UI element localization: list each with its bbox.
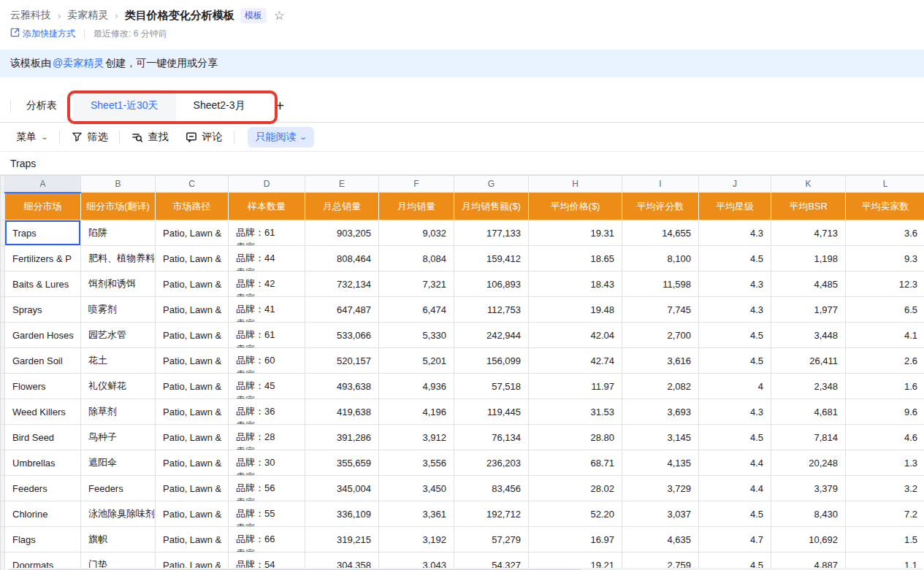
cell[interactable]: 1.5 [846,527,924,552]
star-icon[interactable]: ☆ [274,9,285,22]
cell[interactable]: Patio, Lawn & [156,425,229,450]
cell[interactable]: 12.3 [846,271,924,297]
cell[interactable]: 76,134 [454,425,529,450]
cell[interactable]: 1.6 [846,374,924,399]
cell[interactable]: 28.02 [529,476,622,501]
cell[interactable]: 8,100 [622,246,699,271]
cell[interactable]: 19.48 [529,297,622,323]
cell[interactable]: 2,348 [771,374,846,399]
column-letter-I[interactable]: I [622,176,699,193]
cell[interactable]: 4.4 [699,450,771,476]
column-letter-D[interactable]: D [229,176,305,193]
cell[interactable]: Bird Seed [5,425,81,450]
cell[interactable]: 4.3 [699,220,771,246]
cell[interactable]: 9.6 [846,399,924,425]
cell[interactable]: Patio, Lawn & [156,399,229,425]
cell[interactable]: 2.6 [846,348,924,374]
cell[interactable]: 4.6 [846,425,924,450]
cell[interactable]: 品牌：56卖家： [229,476,305,501]
cell[interactable]: 4.5 [699,425,771,450]
tab-analysis-table[interactable]: 分析表 [11,99,73,112]
cell[interactable]: 8,430 [771,501,846,527]
cell[interactable]: 11.97 [529,374,622,399]
cell[interactable]: 品牌：66卖家： [229,527,305,552]
cell[interactable]: 品牌：28卖家： [229,425,305,450]
cell[interactable]: Patio, Lawn & [156,246,229,271]
selected-cell[interactable]: Traps [5,220,81,246]
cell[interactable]: 肥料、植物养料 [81,246,156,271]
cell[interactable]: 3,450 [379,476,454,501]
cell[interactable]: 19.31 [529,220,622,246]
cell[interactable]: 2,082 [622,374,699,399]
cell[interactable]: 1,198 [771,246,846,271]
cell[interactable]: 7,745 [622,297,699,323]
cell[interactable]: Patio, Lawn & [156,348,229,374]
cell[interactable]: 8,084 [379,246,454,271]
cell[interactable]: 3,693 [622,399,699,425]
cell[interactable]: 6,474 [379,297,454,323]
cell[interactable]: Feeders [81,476,156,501]
cell[interactable]: 4,681 [771,399,846,425]
cell[interactable]: 5,201 [379,348,454,374]
cell[interactable]: 28.80 [529,425,622,450]
cell[interactable]: 3.6 [846,220,924,246]
cell[interactable]: 3,448 [771,323,846,348]
field-header-cell[interactable]: 平均卖家数 [846,193,924,220]
cell[interactable]: Patio, Lawn & [156,501,229,527]
cell[interactable]: 3,361 [379,501,454,527]
cell[interactable]: 5,330 [379,323,454,348]
cell[interactable]: 319,215 [305,527,379,552]
cell[interactable]: Flowers [5,374,81,399]
cell[interactable]: 355,659 [305,450,379,476]
cell[interactable]: Patio, Lawn & [156,527,229,552]
cell[interactable]: 336,109 [305,501,379,527]
cell[interactable]: 68.71 [529,450,622,476]
cell[interactable]: 26,411 [771,348,846,374]
column-letter-E[interactable]: E [305,176,379,193]
add-shortcut-button[interactable]: 添加快捷方式 [10,28,75,40]
cell[interactable]: 156,099 [454,348,529,374]
cell[interactable]: Patio, Lawn & [156,476,229,501]
column-letter-G[interactable]: G [454,176,529,193]
cell[interactable]: 112,753 [454,297,529,323]
cell[interactable]: Baits & Lures [5,271,81,297]
cell[interactable]: 3,912 [379,425,454,450]
readonly-mode-button[interactable]: 只能阅读 ⌄ [248,127,313,147]
cell[interactable]: 83,456 [454,476,529,501]
cell[interactable]: 3,729 [622,476,699,501]
field-header-cell[interactable]: 市场路径 [156,193,229,220]
cell[interactable]: 533,066 [305,323,379,348]
cell[interactable]: 品牌：36卖家： [229,399,305,425]
cell[interactable]: Sprays [5,297,81,323]
field-header-cell[interactable]: 平均星级 [699,193,771,220]
cell[interactable]: 31.53 [529,399,622,425]
cell[interactable]: 花土 [81,348,156,374]
column-letter-B[interactable]: B [81,176,156,193]
cell[interactable]: 42.04 [529,323,622,348]
formula-bar[interactable]: Traps [0,152,924,175]
field-header-cell[interactable]: 细分市场(翻译) [81,193,156,220]
cell[interactable]: 7,814 [771,425,846,450]
cell[interactable]: 11,598 [622,271,699,297]
column-letter-A[interactable]: A [5,176,81,193]
cell[interactable]: Patio, Lawn & [156,374,229,399]
cell[interactable]: 3,192 [379,527,454,552]
cell[interactable]: 42.74 [529,348,622,374]
cell[interactable]: 泳池除臭除味剂 [81,501,156,527]
column-letter-J[interactable]: J [699,176,771,193]
cell[interactable]: 4.7 [699,527,771,552]
cell[interactable]: Chlorine [5,501,81,527]
cell[interactable]: 345,004 [305,476,379,501]
cell[interactable]: 4.3 [699,297,771,323]
cell[interactable]: 品牌：30卖家： [229,450,305,476]
cell[interactable]: 鸟种子 [81,425,156,450]
add-sheet-button[interactable]: + [275,98,284,115]
cell[interactable]: Patio, Lawn & [156,297,229,323]
cell[interactable]: 7,321 [379,271,454,297]
cell[interactable]: 4,936 [379,374,454,399]
find-button[interactable]: 查找 [123,127,177,147]
cell[interactable]: 192,712 [454,501,529,527]
column-letter-K[interactable]: K [771,176,846,193]
cell[interactable]: Patio, Lawn & [156,271,229,297]
breadcrumb-item-folder[interactable]: 卖家精灵 [67,9,108,22]
